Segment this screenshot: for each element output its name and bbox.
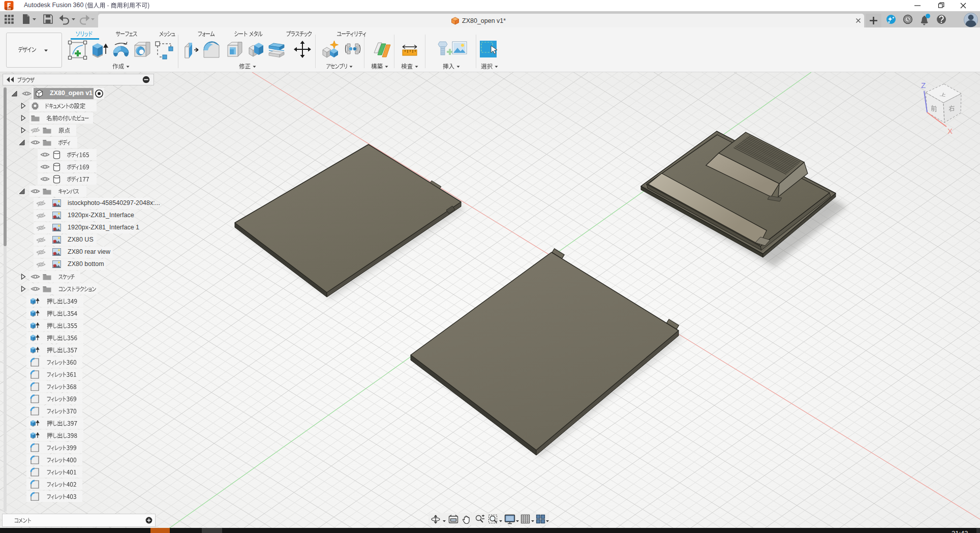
svg-text:360: 360: [7, 8, 11, 10]
svg-text:X: X: [947, 127, 953, 135]
svg-text:Z: Z: [921, 81, 926, 90]
